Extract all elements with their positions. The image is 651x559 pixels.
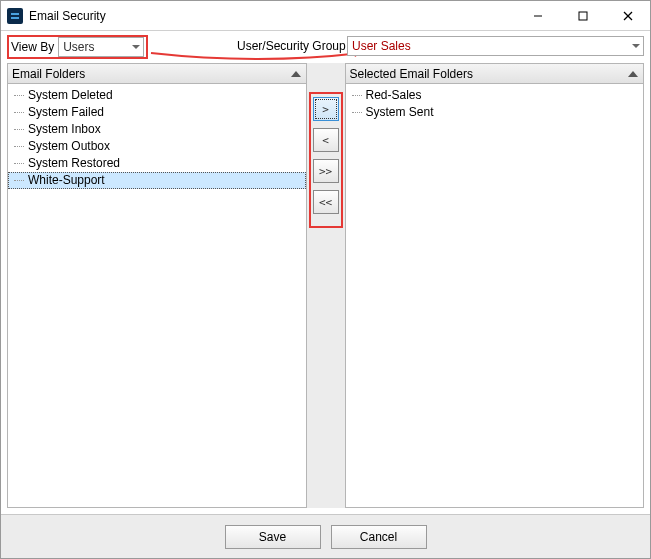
remove-all-button[interactable]: << [313,190,339,214]
list-item[interactable]: System Outbox [8,138,306,155]
list-item[interactable]: System Inbox [8,121,306,138]
email-folders-header-label: Email Folders [12,67,85,81]
list-item[interactable]: System Failed [8,104,306,121]
selected-email-folders-list[interactable]: Red-Sales System Sent [346,84,644,507]
title-bar: Email Security [1,1,650,31]
list-item[interactable]: White-Support [8,172,306,189]
list-item[interactable]: Red-Sales [346,87,644,104]
view-by-select[interactable]: Users [58,37,144,57]
selected-email-folders-header-label: Selected Email Folders [350,67,473,81]
view-by-label: View By [9,40,58,54]
view-by-value: Users [63,40,94,54]
email-folders-header[interactable]: Email Folders [8,64,306,84]
maximize-button[interactable] [560,1,605,30]
collapse-up-icon [291,71,301,77]
list-item[interactable]: System Sent [346,104,644,121]
view-by-group: View By Users [7,35,148,59]
collapse-up-icon [628,71,638,77]
selected-email-folders-header[interactable]: Selected Email Folders [346,64,644,84]
svg-rect-3 [579,12,587,20]
selected-email-folders-panel: Selected Email Folders Red-Sales System … [345,63,645,508]
minimize-button[interactable] [515,1,560,30]
chevron-down-icon [132,45,140,49]
svg-rect-0 [11,13,19,15]
email-folders-panel: Email Folders System Deleted System Fail… [7,63,307,508]
save-button[interactable]: Save [225,525,321,549]
minimize-icon [533,11,543,21]
top-controls: View By Users User/Security Group User S… [7,35,644,63]
close-icon [623,11,633,21]
user-security-group-select[interactable]: User Sales [347,36,644,56]
app-icon [7,8,23,24]
list-item[interactable]: System Deleted [8,87,306,104]
bottom-bar: Save Cancel [1,514,650,558]
add-all-button[interactable]: >> [313,159,339,183]
chevron-down-icon [632,44,640,48]
move-buttons-column: > < >> << [307,63,345,508]
remove-button[interactable]: < [313,128,339,152]
window-title: Email Security [29,9,106,23]
user-security-group-value: User Sales [352,39,411,53]
user-security-group-label: User/Security Group [237,39,346,53]
maximize-icon [578,11,588,21]
list-item[interactable]: System Restored [8,155,306,172]
main-area: Email Folders System Deleted System Fail… [7,63,644,508]
svg-rect-1 [11,17,19,19]
email-folders-list[interactable]: System Deleted System Failed System Inbo… [8,84,306,507]
add-button[interactable]: > [313,97,339,121]
cancel-button[interactable]: Cancel [331,525,427,549]
close-button[interactable] [605,1,650,30]
